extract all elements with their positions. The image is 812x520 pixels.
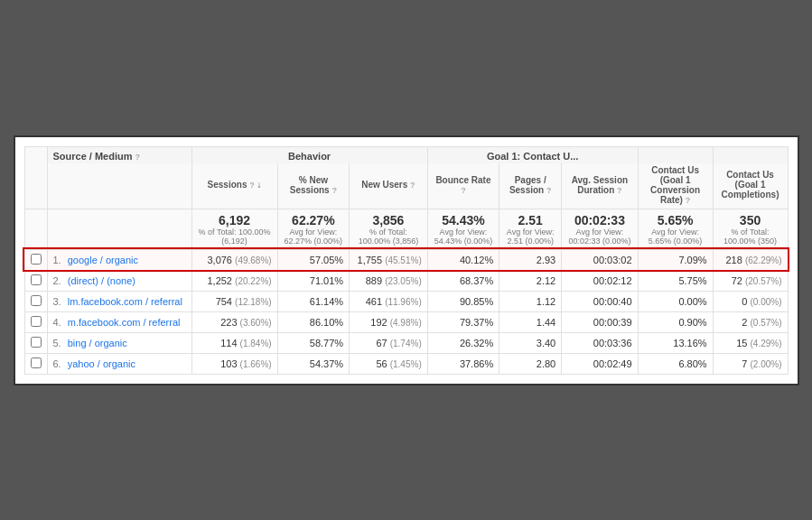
pages-cell: 3.40 xyxy=(499,332,562,353)
row-number: 2. xyxy=(53,275,61,286)
row-checkbox[interactable] xyxy=(24,249,47,270)
sessions-cell: 114 (1.84%) xyxy=(191,332,277,353)
table-row: 3. lm.facebook.com / referral 754 (12.18… xyxy=(24,291,788,311)
sessions-cell: 3,076 (49.68%) xyxy=(191,249,277,270)
col-pages-header: Pages /Session ? xyxy=(499,163,562,209)
col-new-users-header: New Users ? xyxy=(350,163,428,209)
totals-sessions: 6,192% of Total: 100.00% (6,192) xyxy=(191,209,277,249)
totals-row: 6,192% of Total: 100.00% (6,192) 62.27%A… xyxy=(24,209,788,249)
source-medium-header: Source / Medium ? xyxy=(47,146,191,163)
sessions-pct: (1.84%) xyxy=(240,339,272,348)
avg-dur-cell: 00:00:40 xyxy=(562,291,638,311)
totals-avg-dur: 00:02:33Avg for View: 00:02:33 (0.00%) xyxy=(562,209,638,249)
row-number: 6. xyxy=(53,358,61,369)
totals-new-users: 3,856% of Total: 100.00% (3,856) xyxy=(350,209,428,249)
pct-new-cell: 58.77% xyxy=(277,332,349,353)
behavior-group-header: Goal 1: Contact U... xyxy=(427,146,638,163)
pct-new-cell: 54.37% xyxy=(277,353,349,374)
conv-comp-pct: (2.00%) xyxy=(750,359,781,369)
source-medium-cell[interactable]: 6. yahoo / organic xyxy=(47,353,191,374)
source-medium-cell[interactable]: 3. lm.facebook.com / referral xyxy=(47,291,191,311)
row-checkbox[interactable] xyxy=(24,291,47,311)
pages-cell: 2.12 xyxy=(499,270,562,291)
source-medium-cell[interactable]: 2. (direct) / (none) xyxy=(47,270,191,291)
row-checkbox[interactable] xyxy=(24,332,47,353)
acquisition-group-header: Behavior xyxy=(191,146,427,163)
row-checkbox-input[interactable] xyxy=(31,254,42,265)
conv-comp-pct: (4.29%) xyxy=(750,339,781,348)
source-medium-link[interactable]: bing / organic xyxy=(68,338,127,348)
source-medium-link[interactable]: (direct) / (none) xyxy=(68,275,135,286)
analytics-window: Source / Medium ? Behavior Goal 1: Conta… xyxy=(14,135,799,385)
new-users-cell: 67 (1.74%) xyxy=(350,332,428,353)
new-users-pct: (23.05%) xyxy=(385,276,422,286)
avg-dur-cell: 00:02:12 xyxy=(562,270,638,291)
totals-pct-new: 62.27%Avg for View: 62.27% (0.00%) xyxy=(277,209,349,249)
source-medium-link[interactable]: lm.facebook.com / referral xyxy=(68,296,182,307)
col-avg-dur-header: Avg. SessionDuration ? xyxy=(562,163,638,209)
row-checkbox[interactable] xyxy=(24,311,47,332)
table-row: 4. m.facebook.com / referral 223 (3.60%)… xyxy=(24,311,788,332)
analytics-table: Source / Medium ? Behavior Goal 1: Conta… xyxy=(24,146,789,375)
conv-rate-cell: 7.09% xyxy=(638,249,713,270)
conv-comp-cell: 15 (4.29%) xyxy=(713,332,788,353)
col-sessions-header: Sessions ? ↓ xyxy=(191,163,277,209)
new-users-cell: 192 (4.98%) xyxy=(350,311,428,332)
bounce-cell: 90.85% xyxy=(427,291,499,311)
sessions-cell: 103 (1.66%) xyxy=(191,353,277,374)
table-row: 6. yahoo / organic 103 (1.66%) 54.37% 56… xyxy=(24,353,788,374)
sessions-cell: 1,252 (20.22%) xyxy=(191,270,277,291)
pct-new-cell: 86.10% xyxy=(277,311,349,332)
source-medium-cell[interactable]: 5. bing / organic xyxy=(47,332,191,353)
pct-new-cell: 57.05% xyxy=(277,249,349,270)
row-checkbox[interactable] xyxy=(24,270,47,291)
row-number: 3. xyxy=(53,296,61,307)
totals-checkbox xyxy=(24,209,47,249)
source-medium-link[interactable]: yahoo / organic xyxy=(68,358,135,369)
row-checkbox-input[interactable] xyxy=(31,358,42,368)
row-checkbox-input[interactable] xyxy=(31,337,42,348)
source-medium-cell[interactable]: 1. google / organic xyxy=(47,249,191,270)
pages-cell: 2.80 xyxy=(499,353,562,374)
pages-cell: 2.93 xyxy=(499,249,562,270)
col-conv-comp-header: Contact Us(Goal 1Completions) xyxy=(713,163,788,209)
avg-dur-cell: 00:03:02 xyxy=(562,249,638,270)
totals-bounce: 54.43%Avg for View: 54.43% (0.00%) xyxy=(427,209,499,249)
conv-comp-pct: (0.00%) xyxy=(750,297,781,307)
row-checkbox-input[interactable] xyxy=(31,274,42,285)
sessions-pct: (20.22%) xyxy=(235,276,272,286)
new-users-pct: (1.74%) xyxy=(390,339,422,348)
source-medium-link[interactable]: google / organic xyxy=(68,255,138,265)
source-medium-cell[interactable]: 4. m.facebook.com / referral xyxy=(47,311,191,332)
pct-new-cell: 71.01% xyxy=(277,270,349,291)
table-row: 2. (direct) / (none) 1,252 (20.22%) 71.0… xyxy=(24,270,788,291)
col-header-row: Sessions ? ↓ % NewSessions ? New Users ?… xyxy=(24,163,788,209)
conv-rate-cell: 13.16% xyxy=(638,332,713,353)
conv-comp-pct: (0.57%) xyxy=(750,318,781,328)
pages-cell: 1.12 xyxy=(499,291,562,311)
row-checkbox[interactable] xyxy=(24,353,47,374)
col-pct-new-header: % NewSessions ? xyxy=(277,163,349,209)
conv-comp-pct: (20.57%) xyxy=(745,276,782,286)
row-checkbox-input[interactable] xyxy=(31,295,42,306)
col-bounce-header: Bounce Rate ? xyxy=(427,163,499,209)
checkbox-header xyxy=(24,146,47,163)
col-source-header xyxy=(47,163,191,209)
conv-comp-cell: 2 (0.57%) xyxy=(713,311,788,332)
group-header-row: Source / Medium ? Behavior Goal 1: Conta… xyxy=(24,146,788,163)
conv-rate-cell: 5.75% xyxy=(638,270,713,291)
row-checkbox-input[interactable] xyxy=(31,316,42,327)
totals-pages: 2.51Avg for View: 2.51 (0.00%) xyxy=(499,209,562,249)
source-medium-link[interactable]: m.facebook.com / referral xyxy=(68,317,181,328)
row-number: 5. xyxy=(53,338,61,348)
conversions-group-header xyxy=(638,146,713,163)
sessions-pct: (3.60%) xyxy=(240,318,272,328)
checkbox-sub-header xyxy=(24,163,47,209)
info-icon: ? xyxy=(135,153,141,162)
conv-rate-cell: 6.80% xyxy=(638,353,713,374)
pages-cell: 1.44 xyxy=(499,311,562,332)
avg-dur-cell: 00:02:49 xyxy=(562,353,638,374)
col-conv-rate-header: Contact Us(Goal 1ConversionRate) ? xyxy=(638,163,713,209)
new-users-cell: 1,755 (45.51%) xyxy=(350,249,428,270)
avg-dur-cell: 00:03:36 xyxy=(562,332,638,353)
